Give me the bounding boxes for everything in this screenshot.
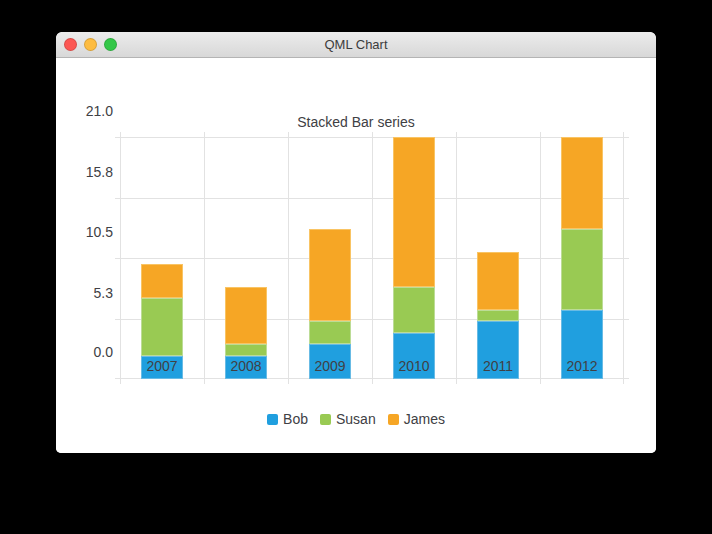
- legend-label: Susan: [336, 411, 376, 427]
- window-title: QML Chart: [56, 32, 656, 57]
- v-gridline: [372, 132, 373, 384]
- x-axis-label: 2012: [540, 358, 624, 375]
- bar-segment: [309, 321, 351, 344]
- v-gridline: [120, 132, 121, 384]
- plot-area: [120, 137, 624, 379]
- bar-segment: [477, 310, 519, 322]
- legend-item: James: [388, 411, 445, 427]
- bar-segment: [477, 252, 519, 310]
- y-axis-label: 0.0: [63, 344, 113, 360]
- y-axis-label: 10.5: [63, 224, 113, 240]
- legend-item: Bob: [267, 411, 308, 427]
- v-gridline: [623, 132, 624, 384]
- chart-view: Stacked Bar series BobSusanJames 0.05.31…: [56, 58, 656, 453]
- bar-segment: [141, 264, 183, 299]
- bar-segment: [561, 137, 603, 229]
- bar-segment: [393, 287, 435, 333]
- x-axis-label: 2008: [204, 358, 288, 375]
- bar-segment: [561, 229, 603, 310]
- desktop-background: { "window": { "title": "QML Chart", "con…: [0, 0, 712, 534]
- y-axis-label: 5.3: [63, 285, 113, 301]
- x-axis-label: 2010: [372, 358, 456, 375]
- v-gridline: [204, 132, 205, 384]
- chart-title: Stacked Bar series: [56, 114, 656, 130]
- legend-marker-bob: [267, 414, 278, 425]
- bar-segment: [225, 344, 267, 356]
- app-window: QML Chart Stacked Bar series BobSusanJam…: [56, 32, 656, 453]
- v-gridline: [456, 132, 457, 384]
- legend-item: Susan: [320, 411, 376, 427]
- x-axis-label: 2009: [288, 358, 372, 375]
- bar-segment: [225, 287, 267, 345]
- v-gridline: [540, 132, 541, 384]
- legend-label: Bob: [283, 411, 308, 427]
- v-gridline: [288, 132, 289, 384]
- bar-segment: [393, 137, 435, 287]
- window-titlebar[interactable]: QML Chart: [56, 32, 656, 58]
- y-axis-label: 21.0: [63, 103, 113, 119]
- x-axis-label: 2007: [120, 358, 204, 375]
- bar-segment: [309, 229, 351, 321]
- legend-marker-susan: [320, 414, 331, 425]
- legend-marker-james: [388, 414, 399, 425]
- y-axis-label: 15.8: [63, 164, 113, 180]
- legend: BobSusanJames: [56, 410, 656, 428]
- bar-segment: [141, 298, 183, 356]
- legend-label: James: [404, 411, 445, 427]
- x-axis-label: 2011: [456, 358, 540, 375]
